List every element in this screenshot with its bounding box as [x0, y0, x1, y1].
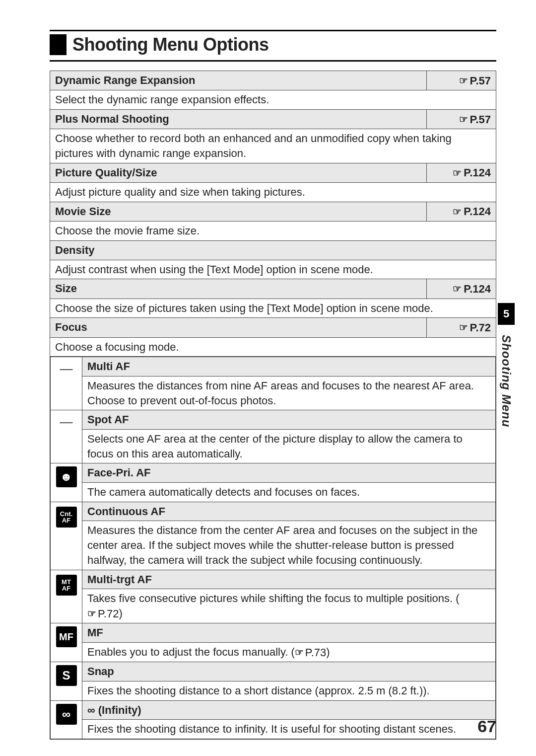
focus-mode-row: — Spot AF [51, 410, 496, 430]
row-size-head: Size☞P.124 [50, 279, 496, 299]
dash-icon: — [60, 414, 73, 429]
focus-mode-desc: Measures the distance from the center AF… [82, 521, 496, 570]
header-block-icon [50, 34, 67, 55]
focus-mode-name: MF [82, 623, 496, 643]
pointer-icon: ☞ [459, 113, 468, 126]
face-icon: ☻ [56, 466, 77, 487]
row-desc: Choose a focusing mode. [50, 337, 496, 357]
focus-mode-name: Multi AF [82, 357, 496, 377]
focus-mode-name: ∞ (Infinity) [82, 700, 496, 720]
focus-icon-cell: MF [51, 623, 82, 662]
row-picture-quality-head: Picture Quality/Size☞P.124 [50, 163, 496, 182]
row-desc: Adjust contrast when using the [Text Mod… [50, 260, 496, 279]
page-title: Shooting Menu Options [72, 34, 268, 55]
focus-mode-row: Cnt.AF Continuous AF [51, 502, 496, 521]
focus-icon-cell: — [51, 410, 82, 463]
row-desc: Choose the size of pictures taken using … [50, 299, 496, 318]
focus-mode-name: Multi-trgt AF [82, 570, 496, 589]
row-title: Movie Size [50, 202, 427, 221]
row-ref: ☞P.124 [427, 202, 496, 221]
focus-mode-row: ∞ ∞ (Infinity) [51, 700, 496, 720]
pointer-icon: ☞ [459, 74, 468, 87]
chapter-label: Shooting Menu [499, 335, 513, 427]
focus-mode-desc: Fixes the shooting distance to a short d… [82, 681, 496, 700]
focus-mode-name: Face-Pri. AF [82, 463, 496, 483]
focus-icon-cell: S [51, 662, 82, 700]
row-movie-size-head: Movie Size☞P.124 [50, 202, 496, 221]
focus-mode-desc: Fixes the shooting distance to infinity.… [82, 720, 496, 739]
dash-icon: — [60, 361, 73, 376]
row-title: Focus [50, 318, 427, 337]
pointer-icon: ☞ [453, 205, 462, 219]
focus-mode-row: ☻ Face-Pri. AF [51, 463, 496, 483]
row-desc: Select the dynamic range expansion effec… [50, 90, 496, 110]
focus-mode-desc: The camera automatically detects and foc… [82, 483, 496, 502]
focus-icon-cell: MTAF [51, 570, 82, 623]
focus-mode-desc: Enables you to adjust the focus manually… [82, 642, 496, 662]
focus-icon-cell: ☻ [51, 463, 82, 502]
focus-mode-name: Snap [82, 662, 496, 681]
focus-mode-row: — Multi AF [51, 357, 496, 377]
snap-icon: S [56, 665, 77, 686]
row-title: Dynamic Range Expansion [50, 71, 427, 90]
focus-icon-cell: Cnt.AF [51, 502, 82, 570]
multi-target-af-icon: MTAF [56, 575, 77, 596]
row-ref: ☞P.124 [427, 279, 496, 299]
row-dynamic-range-head: Dynamic Range Expansion☞P.57 [50, 71, 496, 90]
page-number: 67 [477, 717, 496, 736]
options-table: Dynamic Range Expansion☞P.57 Select the … [50, 71, 496, 740]
row-focus-head: Focus☞P.72 [50, 318, 496, 337]
row-title: Picture Quality/Size [50, 163, 427, 182]
row-desc: Choose whether to record both an enhance… [50, 129, 496, 163]
focus-mode-row: MTAF Multi-trgt AF [51, 570, 496, 589]
row-ref: ☞P.57 [427, 110, 496, 129]
focus-mode-name: Continuous AF [82, 502, 496, 521]
row-plus-normal-head: Plus Normal Shooting☞P.57 [50, 110, 496, 129]
infinity-icon: ∞ [56, 704, 77, 725]
chapter-tab: 5 Shooting Menu [496, 303, 516, 427]
row-ref: ☞P.124 [427, 163, 496, 182]
focus-mode-row: S Snap [51, 662, 496, 681]
row-density-head: Density [50, 240, 496, 260]
pointer-icon: ☞ [453, 166, 462, 180]
focus-icon-cell: ∞ [51, 700, 82, 739]
continuous-af-icon: Cnt.AF [56, 507, 77, 528]
manual-focus-icon: MF [56, 626, 77, 647]
pointer-icon: ☞ [459, 321, 468, 334]
row-desc: Adjust picture quality and size when tak… [50, 183, 496, 202]
focus-mode-desc: Measures the distances from nine AF area… [82, 376, 496, 410]
pointer-icon: ☞ [453, 282, 462, 296]
row-title: Density [50, 240, 496, 260]
focus-mode-row: MF MF [51, 623, 496, 643]
row-ref: ☞P.57 [427, 71, 496, 90]
pointer-icon: ☞ [87, 607, 96, 620]
focus-mode-desc: Selects one AF area at the center of the… [82, 430, 496, 463]
focus-mode-desc: Takes five consecutive pictures while sh… [82, 589, 496, 623]
focus-mode-name: Spot AF [82, 410, 496, 430]
chapter-number: 5 [498, 303, 515, 325]
header: Shooting Menu Options [50, 30, 496, 62]
focus-modes-table: — Multi AF Measures the distances from n… [50, 357, 496, 739]
row-title: Plus Normal Shooting [50, 110, 427, 129]
row-desc: Choose the movie frame size. [50, 222, 496, 241]
pointer-icon: ☞ [295, 646, 304, 659]
focus-icon-cell: — [51, 357, 82, 410]
row-title: Size [50, 279, 427, 299]
row-ref: ☞P.72 [427, 318, 496, 337]
